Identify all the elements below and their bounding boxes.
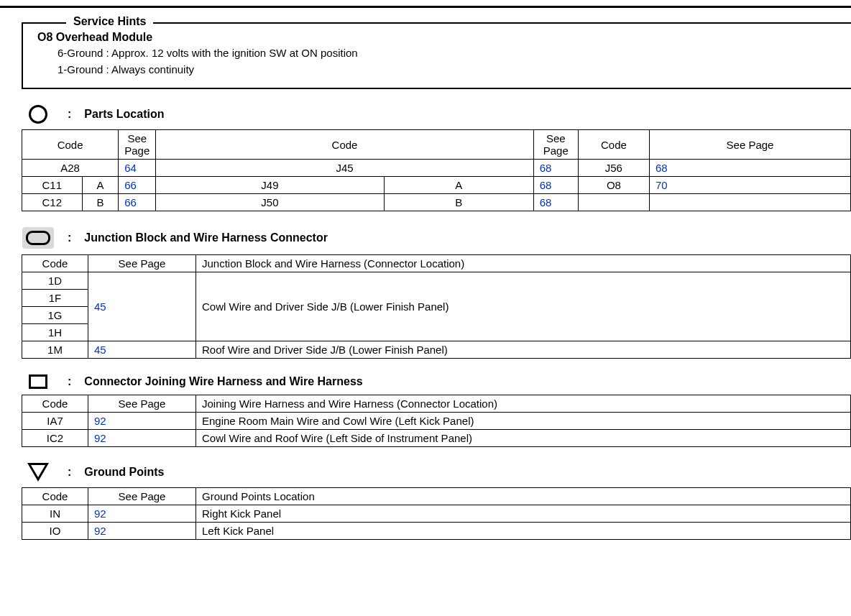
table-row: A28 64 J45 68 J56 68 (22, 160, 851, 177)
triangle-down-icon (22, 463, 55, 482)
cell-code: 1M (22, 341, 88, 359)
cell-page-link[interactable]: 66 (119, 177, 156, 194)
cell-sub: A (82, 177, 119, 194)
service-hints-title: O8 Overhead Module (37, 31, 837, 44)
cell-page-link[interactable]: 68 (533, 160, 578, 177)
cell-sub: B (82, 194, 119, 211)
cell-page-link[interactable]: 68 (533, 194, 578, 211)
table-header-row: Code See Page Junction Block and Wire Ha… (22, 255, 851, 272)
cell-code: 1F (22, 290, 88, 307)
junction-block-section: : Junction Block and Wire Harness Connec… (22, 227, 851, 359)
cell-code: C11 (22, 177, 83, 194)
table-header-row: Code See Page Code See Page Code See Pag… (22, 130, 851, 160)
connector-joining-table: Code See Page Joining Wire Harness and W… (22, 395, 851, 447)
ground-points-table: Code See Page Ground Points Location IN … (22, 487, 851, 540)
colon: : (68, 466, 71, 479)
cell-code: C12 (22, 194, 83, 211)
col-desc: Joining Wire Harness and Wire Harness (C… (196, 395, 851, 413)
cell-page-link[interactable]: 92 (88, 505, 196, 523)
section-title: Connector Joining Wire Harness and Wire … (84, 375, 362, 388)
table-row: IN 92 Right Kick Panel (22, 505, 851, 523)
cell-code: J49 (156, 177, 384, 194)
col-desc: Junction Block and Wire Harness (Connect… (196, 255, 851, 272)
cell-page-link[interactable]: 92 (88, 523, 196, 540)
cell-code: J50 (156, 194, 384, 211)
cell-page-link[interactable]: 66 (119, 194, 156, 211)
cell-code: 1G (22, 307, 88, 324)
col-code: Code (22, 488, 88, 505)
table-row: IC2 92 Cowl Wire and Roof Wire (Left Sid… (22, 430, 851, 447)
col-code: Code (578, 130, 649, 160)
col-see: See Page (533, 130, 578, 160)
connector-joining-section: : Connector Joining Wire Harness and Wir… (22, 374, 851, 447)
cell-code (578, 194, 649, 211)
service-hints-legend: Service Hints (66, 15, 153, 28)
colon: : (68, 108, 71, 121)
cell-page-link (650, 194, 851, 211)
cell-sub: A (384, 177, 533, 194)
table-row: C12 B 66 J50 B 68 (22, 194, 851, 211)
cell-desc: Cowl Wire and Roof Wire (Left Side of In… (196, 430, 851, 447)
table-row: IO 92 Left Kick Panel (22, 523, 851, 540)
cell-code: IN (22, 505, 88, 523)
cell-code: IC2 (22, 430, 88, 447)
cell-desc: Left Kick Panel (196, 523, 851, 540)
hint-line: 6-Ground : Approx. 12 volts with the ign… (58, 45, 837, 62)
parts-location-table: Code See Page Code See Page Code See Pag… (22, 129, 851, 211)
table-row: 1M 45 Roof Wire and Driver Side J/B (Low… (22, 341, 851, 359)
cell-desc: Cowl Wire and Driver Side J/B (Lower Fin… (196, 272, 851, 341)
cell-code: A28 (22, 160, 119, 177)
section-title: Junction Block and Wire Harness Connecto… (84, 231, 328, 244)
table-row: IA7 92 Engine Room Main Wire and Cowl Wi… (22, 413, 851, 430)
table-header-row: Code See Page Joining Wire Harness and W… (22, 395, 851, 413)
section-title: Parts Location (84, 108, 164, 121)
colon: : (68, 375, 71, 388)
parts-location-section: : Parts Location Code See Page Code See … (22, 105, 851, 211)
col-desc: Ground Points Location (196, 488, 851, 505)
cell-code: IO (22, 523, 88, 540)
col-see: See Page (119, 130, 156, 160)
cell-code: J45 (156, 160, 533, 177)
cell-page-link[interactable]: 45 (88, 272, 196, 341)
cell-page-link[interactable]: 64 (119, 160, 156, 177)
col-see: See Page (88, 488, 196, 505)
cell-code: IA7 (22, 413, 88, 430)
cell-page-link[interactable]: 92 (88, 413, 196, 430)
cell-desc: Right Kick Panel (196, 505, 851, 523)
cell-code: 1D (22, 272, 88, 290)
cell-code: 1H (22, 324, 88, 341)
cell-page-link[interactable]: 68 (533, 177, 578, 194)
service-hints-box: Service Hints O8 Overhead Module 6-Groun… (22, 22, 851, 89)
cell-sub: B (384, 194, 533, 211)
col-code: Code (156, 130, 533, 160)
table-header-row: Code See Page Ground Points Location (22, 488, 851, 505)
section-title: Ground Points (84, 466, 164, 479)
square-icon (22, 374, 55, 389)
junction-block-table: Code See Page Junction Block and Wire Ha… (22, 254, 851, 359)
ground-points-section: : Ground Points Code See Page Ground Poi… (22, 463, 851, 540)
cell-code: O8 (578, 177, 649, 194)
cell-page-link[interactable]: 70 (650, 177, 851, 194)
rounded-rect-icon (22, 227, 55, 249)
table-row: 1D 45 Cowl Wire and Driver Side J/B (Low… (22, 272, 851, 290)
col-see: See Page (88, 255, 196, 272)
top-rule (0, 6, 851, 8)
cell-desc: Engine Room Main Wire and Cowl Wire (Lef… (196, 413, 851, 430)
circle-icon (22, 105, 55, 124)
cell-page-link[interactable]: 45 (88, 341, 196, 359)
col-code: Code (22, 130, 119, 160)
cell-desc: Roof Wire and Driver Side J/B (Lower Fin… (196, 341, 851, 359)
cell-page-link[interactable]: 68 (650, 160, 851, 177)
hint-line: 1-Ground : Always continuity (58, 62, 837, 78)
table-row: C11 A 66 J49 A 68 O8 70 (22, 177, 851, 194)
col-code: Code (22, 255, 88, 272)
col-code: Code (22, 395, 88, 413)
cell-code: J56 (578, 160, 649, 177)
col-see: See Page (88, 395, 196, 413)
cell-page-link[interactable]: 92 (88, 430, 196, 447)
col-see: See Page (650, 130, 851, 160)
colon: : (68, 231, 71, 244)
